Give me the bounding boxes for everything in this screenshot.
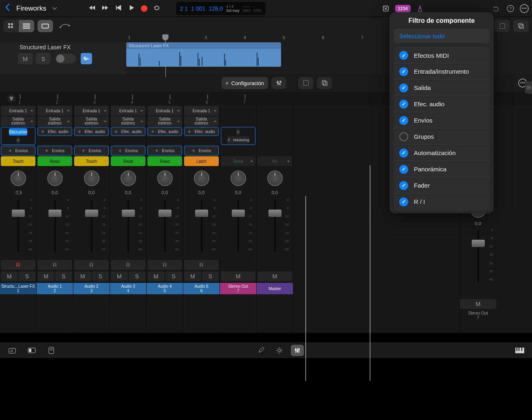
fader[interactable]: 061218243560 xyxy=(460,228,496,289)
channel-label[interactable]: Audio 45 xyxy=(147,283,183,294)
pan-knob[interactable] xyxy=(121,171,136,186)
channel-label[interactable]: Audio 23 xyxy=(73,283,110,294)
browser-icon[interactable] xyxy=(25,345,38,356)
checkbox-icon[interactable] xyxy=(399,83,408,92)
filter-item[interactable]: Fader xyxy=(394,177,490,194)
fader[interactable]: 061218243560 xyxy=(184,198,219,259)
mute-button[interactable]: M xyxy=(18,53,33,64)
checkbox-icon[interactable] xyxy=(399,197,408,206)
select-all-icon[interactable] xyxy=(298,77,314,89)
input-slot[interactable]: Entrada 1 xyxy=(147,106,182,116)
add-audio-fx-button[interactable]: + Efec. audio xyxy=(74,127,109,136)
filter-item[interactable]: Salida xyxy=(394,80,490,96)
gear-icon[interactable] xyxy=(273,345,286,356)
pan-knob[interactable] xyxy=(84,171,99,186)
select-all-button[interactable]: Seleccionar todo xyxy=(394,28,490,43)
solo-button[interactable]: S xyxy=(55,271,73,281)
pan-knob[interactable] xyxy=(231,171,246,186)
go-to-start-icon[interactable] xyxy=(115,4,122,13)
library-icon[interactable] xyxy=(6,345,19,356)
play-icon[interactable] xyxy=(128,4,135,13)
mute-button[interactable]: M xyxy=(1,271,18,281)
record-enable-button[interactable]: R xyxy=(37,260,72,270)
overview-icon[interactable] xyxy=(37,20,53,32)
output-slot[interactable]: Salidaestéreo xyxy=(74,116,109,126)
channel-label[interactable]: Audio 12 xyxy=(37,283,73,294)
solo-button[interactable]: S xyxy=(202,271,219,281)
add-audio-fx-button[interactable]: + Efec. audio xyxy=(147,127,182,136)
mute-button[interactable]: M xyxy=(147,271,165,281)
project-title[interactable]: Fireworks xyxy=(16,4,46,13)
output-slot[interactable]: Salidaestéreo xyxy=(147,116,182,126)
count-in-pill[interactable]: 1234 xyxy=(395,5,411,12)
output-slot[interactable]: Salidaestéreo xyxy=(37,116,72,126)
track-enable-toggle[interactable] xyxy=(55,54,76,63)
checkbox-icon[interactable] xyxy=(399,51,408,60)
input-slot[interactable]: Entrada 1 xyxy=(111,106,145,116)
bitcrusher-plugin[interactable]: Bitcrusher xyxy=(9,128,27,136)
copy-icon[interactable] xyxy=(513,20,529,32)
record-enable-button[interactable]: R xyxy=(184,260,219,270)
forward-icon[interactable] xyxy=(102,4,109,13)
fader[interactable]: 061218243560 xyxy=(257,198,292,259)
config-button[interactable]: + Configuración xyxy=(222,77,268,89)
automation-mode[interactable]: Read xyxy=(147,156,182,166)
pan-knob[interactable] xyxy=(157,171,173,186)
grid-view-icon[interactable] xyxy=(3,20,19,32)
notepad-icon[interactable] xyxy=(45,345,58,356)
mastering-button[interactable]: Mastering xyxy=(227,136,249,144)
pencil-icon[interactable] xyxy=(255,345,268,356)
record-enable-button[interactable]: R xyxy=(147,260,182,270)
add-send-button[interactable]: + Envíos xyxy=(1,146,35,155)
automation-mode[interactable]: Read xyxy=(111,156,145,166)
track-header[interactable]: Structured Laser FX M S xyxy=(0,42,126,74)
sliders-icon[interactable] xyxy=(271,77,287,89)
automation-mode[interactable]: No xyxy=(257,156,292,166)
pan-knob[interactable] xyxy=(194,171,209,186)
automation-mode[interactable]: Latch xyxy=(184,156,219,166)
mute-button[interactable]: M xyxy=(460,299,496,309)
fader[interactable]: 061218243560 xyxy=(147,198,182,259)
input-slot[interactable]: Entrada 1 xyxy=(37,106,72,116)
fader[interactable]: 061218243560 xyxy=(111,198,145,259)
add-audio-fx-button[interactable]: + Efec. audio xyxy=(37,127,72,136)
channel-label[interactable]: Audio 34 xyxy=(110,283,146,294)
checkbox-icon[interactable] xyxy=(399,67,408,76)
automation-curve-icon[interactable] xyxy=(59,22,70,31)
filter-item[interactable]: R / I xyxy=(394,194,490,210)
automation-mode[interactable]: Touch xyxy=(74,156,109,166)
checkbox-icon[interactable] xyxy=(399,149,408,158)
checkbox-icon[interactable] xyxy=(399,132,408,141)
more-icon[interactable]: ••• xyxy=(520,4,529,13)
mute-button[interactable]: M xyxy=(111,271,128,281)
list-view-icon[interactable] xyxy=(19,20,34,32)
tuner-icon[interactable] xyxy=(380,3,391,14)
copy-settings-icon[interactable] xyxy=(317,77,332,89)
audio-region[interactable]: Structured Laser FX xyxy=(126,42,281,67)
fader[interactable]: 061218243560 xyxy=(221,198,255,259)
input-slot[interactable]: Entrada 1 xyxy=(74,106,109,116)
filter-item[interactable]: Grupos xyxy=(394,129,490,145)
pan-knob[interactable] xyxy=(267,171,283,186)
add-send-button[interactable]: + Envíos xyxy=(74,146,109,155)
filter-item[interactable]: Efectos MIDI xyxy=(394,47,490,63)
solo-button[interactable]: S xyxy=(165,271,182,281)
pan-knob[interactable] xyxy=(11,171,26,186)
keyboard-icon[interactable] xyxy=(513,345,526,356)
add-fx-button[interactable]: + xyxy=(16,136,20,144)
filter-item[interactable]: Automatización xyxy=(394,145,490,161)
mute-button[interactable]: M xyxy=(37,271,55,281)
add-audio-fx-button[interactable]: + Efec. audio xyxy=(184,127,219,136)
add-send-button[interactable]: + Envíos xyxy=(147,146,182,155)
checkbox-icon[interactable] xyxy=(399,116,408,125)
lcd-display[interactable]: 2 1 1 001 128,0 4 / 4 Sol may —— MIDI · … xyxy=(176,2,266,15)
fader[interactable]: 061218243560 xyxy=(37,198,72,259)
record-enable-button[interactable]: R xyxy=(1,260,35,270)
solo-button[interactable]: S xyxy=(129,271,146,281)
output-slot[interactable]: Salidaestéreo xyxy=(111,116,145,126)
add-audio-fx-button[interactable]: + Efec. audio xyxy=(111,127,145,136)
channel-label[interactable]: Stereo Out7 xyxy=(220,283,256,294)
mute-button[interactable]: M xyxy=(184,271,201,281)
select-icon[interactable] xyxy=(495,20,510,32)
checkbox-icon[interactable] xyxy=(399,100,408,109)
